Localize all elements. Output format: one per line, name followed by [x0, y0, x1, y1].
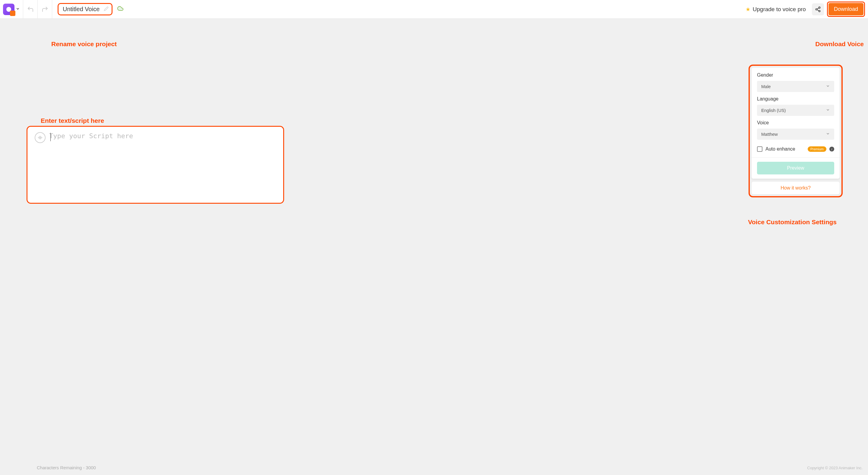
- edit-icon[interactable]: [104, 6, 108, 12]
- upgrade-text: Upgrade to voice pro: [753, 6, 806, 13]
- gender-value: Male: [761, 84, 771, 89]
- upgrade-link[interactable]: ★ Upgrade to voice pro: [746, 6, 806, 13]
- chevron-down-icon: [826, 84, 830, 89]
- svg-point-0: [818, 7, 820, 8]
- language-field: Language English (US): [757, 96, 834, 116]
- language-value: English (US): [761, 108, 786, 113]
- script-input[interactable]: [49, 132, 276, 147]
- voice-select[interactable]: Matthew: [757, 128, 834, 140]
- download-button-highlight: Download: [827, 1, 865, 17]
- undo-button[interactable]: [23, 0, 38, 19]
- header: Untitled Voice ★ Upgrade to voice pro Do…: [0, 0, 868, 19]
- waveform-icon: [35, 132, 45, 143]
- download-button[interactable]: Download: [829, 3, 864, 16]
- voice-field: Voice Matthew: [757, 120, 834, 140]
- project-title: Untitled Voice: [63, 6, 99, 13]
- chars-remaining: Characters Remaining - 3000: [37, 465, 96, 470]
- annotation-rename: Rename voice project: [51, 40, 117, 48]
- cloud-sync-icon: [117, 5, 124, 13]
- auto-enhance-checkbox[interactable]: [757, 146, 763, 152]
- premium-badge: Premium: [808, 146, 826, 152]
- svg-point-1: [815, 8, 817, 10]
- how-it-works-card: How it works?: [752, 182, 840, 194]
- logo-dropdown-icon[interactable]: [16, 7, 20, 12]
- script-container: [27, 126, 284, 204]
- star-icon: ★: [746, 6, 750, 13]
- annotation-download: Download Voice: [815, 40, 864, 48]
- voice-value: Matthew: [761, 132, 778, 137]
- copyright: Copyright © 2023 Animaker Inc.: [807, 466, 863, 470]
- app-logo[interactable]: [3, 4, 14, 15]
- auto-enhance-row: Auto enhance Premium i: [757, 144, 834, 154]
- annotation-enter-text: Enter text/script here: [41, 117, 104, 124]
- settings-highlight: Gender Male Language English (US): [749, 65, 843, 197]
- language-label: Language: [757, 96, 834, 102]
- gender-select[interactable]: Male: [757, 81, 834, 92]
- settings-panel: Gender Male Language English (US): [752, 68, 840, 179]
- svg-point-2: [818, 10, 820, 12]
- logo-group: [3, 0, 23, 19]
- svg-line-4: [817, 8, 819, 9]
- chevron-down-icon: [826, 108, 830, 113]
- gender-field: Gender Male: [757, 72, 834, 92]
- gender-label: Gender: [757, 72, 834, 78]
- text-cursor: [50, 133, 51, 141]
- redo-button[interactable]: [38, 0, 52, 19]
- voice-label: Voice: [757, 120, 834, 125]
- how-it-works-link[interactable]: How it works?: [780, 185, 811, 190]
- history-buttons: [23, 0, 52, 19]
- language-select[interactable]: English (US): [757, 105, 834, 116]
- title-group: Untitled Voice: [58, 3, 124, 16]
- divider: [752, 157, 840, 157]
- chevron-down-icon: [826, 131, 830, 137]
- share-button[interactable]: [812, 3, 824, 16]
- info-icon[interactable]: i: [829, 147, 834, 151]
- main-area: Rename voice project Download Voice Ente…: [0, 19, 868, 475]
- annotation-voice-settings: Voice Customization Settings: [748, 218, 837, 226]
- svg-line-3: [817, 10, 819, 10]
- auto-enhance-label: Auto enhance: [766, 146, 805, 152]
- preview-button[interactable]: Preview: [757, 162, 834, 174]
- project-title-box[interactable]: Untitled Voice: [58, 3, 113, 16]
